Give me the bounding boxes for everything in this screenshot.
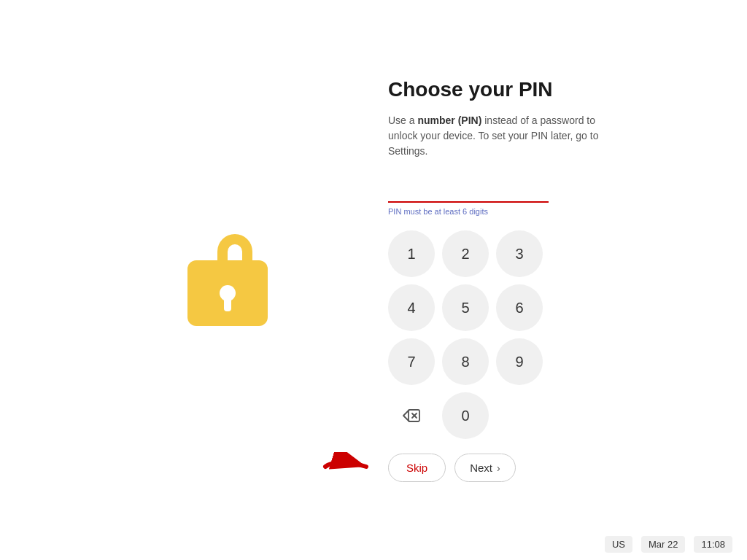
key-9[interactable]: 9: [496, 338, 543, 385]
key-1[interactable]: 1: [388, 230, 435, 277]
page-title: Choose your PIN: [388, 78, 553, 101]
lock-icon-area: [111, 234, 344, 326]
time-indicator: 11:08: [694, 536, 732, 553]
key-3[interactable]: 3: [496, 230, 543, 277]
locale-indicator: US: [605, 536, 632, 553]
numpad: 1 2 3 4 5 6 7 8 9 0: [388, 230, 543, 439]
red-arrow: [322, 452, 381, 484]
lock-body: [187, 260, 268, 326]
key-backspace[interactable]: [388, 392, 435, 439]
pin-error-message: PIN must be at least 6 digits: [388, 207, 488, 216]
chevron-right-icon: ›: [497, 462, 500, 474]
action-row: Skip Next ›: [388, 454, 516, 482]
key-4[interactable]: 4: [388, 284, 435, 331]
key-0[interactable]: 0: [442, 392, 489, 439]
pin-input-wrapper: [388, 179, 549, 203]
skip-button[interactable]: Skip: [388, 454, 446, 482]
description-highlight: number (PIN): [417, 114, 481, 126]
key-6[interactable]: 6: [496, 284, 543, 331]
lock-icon: [187, 234, 268, 326]
next-label: Next: [470, 462, 492, 474]
key-8[interactable]: 8: [442, 338, 489, 385]
key-7[interactable]: 7: [388, 338, 435, 385]
status-bar: US Mar 22 11:08: [590, 529, 747, 560]
lock-keyhole: [220, 285, 236, 301]
key-5[interactable]: 5: [442, 284, 489, 331]
pin-panel: Choose your PIN Use a number (PIN) inste…: [388, 78, 636, 482]
pin-input[interactable]: [388, 179, 549, 203]
pin-description: Use a number (PIN) instead of a password…: [388, 113, 607, 159]
main-content: Choose your PIN Use a number (PIN) inste…: [0, 0, 747, 560]
next-button[interactable]: Next ›: [454, 454, 516, 482]
key-2[interactable]: 2: [442, 230, 489, 277]
date-indicator: Mar 22: [641, 536, 685, 553]
lock-shackle: [217, 234, 252, 260]
